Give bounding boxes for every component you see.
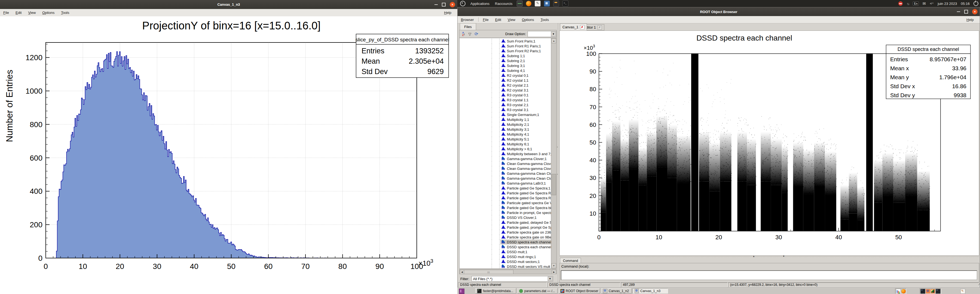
tree-item[interactable]: Particule gated spectra Ge VS p (460, 200, 557, 205)
tree-item-row[interactable]: Multiplicity > 6;1 (500, 146, 533, 151)
tree-item[interactable]: DSSD mult sectors VS mult ring (460, 264, 557, 269)
tree-item-row[interactable]: Subring 2;1 (500, 58, 526, 63)
tree-item[interactable]: Particle gated Ge Spectra R3;1 (460, 195, 557, 200)
tree-item-row[interactable]: Particle in prompt, Ge spectra d (500, 210, 557, 215)
mail-icon[interactable]: ✉ (923, 2, 926, 6)
tree-item-row[interactable]: Particle gated Ge Spectra R2;1 (500, 191, 557, 195)
tree-item-row[interactable]: Particule gated spectra Ge VS p (500, 200, 557, 205)
tree-item-row[interactable]: Particle gated, delayed Ge Spec (500, 220, 557, 225)
tree-item-row[interactable]: Multiplicity 6;1 (500, 141, 530, 146)
scroll-up-icon[interactable]: ▲ (552, 38, 556, 43)
tree-item-row[interactable]: Sum Front R1 Paris;1 (500, 44, 542, 48)
calculator-icon[interactable] (553, 0, 559, 6)
tree-item-row[interactable]: Multiplicity 5;1 (500, 137, 530, 141)
tree-item[interactable]: Subring 4;1 (460, 68, 557, 73)
tree-item[interactable]: Sum Front Paris;1 (460, 39, 557, 44)
system-monitor-icon[interactable] (517, 0, 523, 6)
tree-item-row[interactable]: DSSD mult sectors VS mult ring (500, 264, 557, 269)
tab-files[interactable]: Files (460, 23, 476, 30)
panel-date[interactable]: juin 23 2023 (938, 2, 957, 6)
menu-edit[interactable]: Edit (492, 18, 504, 22)
tree-item-row[interactable]: R3 crystal 2;1 (500, 102, 530, 107)
window-dark-icon[interactable] (935, 289, 940, 294)
tree-item-row[interactable]: Multiplicity between 3 and 7;1 (500, 151, 555, 156)
tree-item[interactable]: Subring 1;1 (460, 53, 557, 58)
taskbar-button[interactable]: faster@ipntdmdata... (475, 288, 516, 294)
menu-tools[interactable]: Tools (58, 11, 72, 15)
workspace-icon[interactable] (459, 289, 465, 294)
menu-file[interactable]: File (0, 11, 12, 15)
tree-item[interactable]: DSSD spectra each channel;1 (460, 240, 557, 245)
tree-item[interactable]: Sum Front R1 Paris;1 (460, 44, 557, 48)
tree-item-row[interactable]: Particle spectra gate on 9Be;1 (500, 235, 555, 240)
tree-item-row[interactable]: Subring 4;1 (500, 68, 526, 73)
tree-item-row[interactable]: Particle gated Ge Spectra;1 (500, 186, 552, 191)
tree-item[interactable]: DSSD mult;1 (460, 250, 557, 254)
tree-item[interactable]: Multiplicity 1;1 (460, 117, 557, 122)
menu-file[interactable]: File (480, 18, 492, 22)
menu-help[interactable]: Help (441, 11, 455, 15)
tree-item-row[interactable]: Multiplicity 4;1 (500, 132, 530, 137)
close-tab-icon[interactable]: ✗ (598, 25, 602, 30)
tree-item[interactable]: DSSD mult sectors;1 (460, 259, 557, 264)
menu-options[interactable]: Options (39, 11, 58, 15)
root-canvas-area[interactable]: 0102030405060708090100020040060080010001… (0, 16, 457, 294)
tree-item-row[interactable]: Particle gated Ge Spectra R3;1 (500, 195, 557, 200)
menu-view[interactable]: View (25, 11, 39, 15)
tree-item-row[interactable]: Clean Gamma-gamma Clover M (500, 166, 557, 171)
tree-item[interactable]: Multiplicity > 6;1 (460, 146, 557, 151)
tree-item[interactable]: Multiplicity 4;1 (460, 132, 557, 137)
tree-item[interactable]: Multiplicity 2;1 (460, 122, 557, 127)
text-editor-icon[interactable] (535, 0, 541, 6)
tree-item[interactable]: DSSD spectra each channel 1R1 (460, 245, 557, 250)
tree-item-row[interactable]: Sum Front R2 Paris;1 (500, 48, 542, 53)
menu-help[interactable]: Help (963, 18, 977, 22)
scroll-right-icon[interactable]: ▶ (552, 270, 556, 274)
tree-item-row[interactable]: R2 crystal 3;1 (500, 87, 530, 92)
panel-time[interactable]: 05:16 (961, 2, 970, 6)
browser-titlebar[interactable]: ROOT Object Browser × (458, 7, 980, 16)
tree-item-row[interactable]: DSSD VS Clover;1 (500, 215, 538, 220)
tree-vertical-scrollbar[interactable]: ▲▼ (551, 38, 557, 269)
tree-item[interactable]: Gamma-gammma Clean Clover (460, 171, 557, 176)
tree-item-row[interactable]: Multiplicity 2;1 (500, 122, 530, 127)
tree-item[interactable]: Multiplicity between 3 and 7;1 (460, 151, 557, 156)
splitter-arrow-icon[interactable]: ▼ (783, 255, 785, 257)
tree-item-row[interactable]: DSSD mult rings;1 (500, 254, 537, 259)
tree-item[interactable]: Particle spectra gate on 9Be;1 (460, 235, 557, 240)
tree-item[interactable]: Clean Gamma-gamma Clover;1 (460, 161, 557, 166)
tree-horizontal-scrollbar[interactable]: ◀ ||| ▶ (459, 269, 557, 274)
menu-browser[interactable]: Browser (458, 18, 477, 22)
tree-item-row[interactable]: Gamma-gammma Clean Clover (500, 171, 557, 176)
command-input[interactable] (561, 270, 977, 280)
tree-item-row[interactable]: Single Germanium;1 (500, 112, 540, 117)
minimize-icon[interactable] (434, 4, 438, 5)
menu-options[interactable]: Options (519, 18, 538, 22)
scrollbar-thumb[interactable]: ||| (464, 270, 514, 274)
window-icon[interactable] (920, 289, 925, 294)
tree-item[interactable]: Particle in prompt, Ge spectra d (460, 210, 557, 215)
tree-item[interactable]: Subring 2;1 (460, 58, 557, 63)
taskbar-button[interactable]: parameters.dat — /... (517, 288, 557, 294)
tree-item-row[interactable]: R2 crystal 0;1 (500, 73, 530, 78)
maximize-icon[interactable] (964, 10, 968, 14)
splitter-arrow-icon[interactable]: › (557, 173, 558, 176)
chevron-down-icon[interactable]: ▼ (548, 277, 553, 281)
tree-item-row[interactable]: Sum Front Paris;1 (500, 39, 536, 44)
close-tab-icon[interactable]: ✗ (580, 25, 584, 29)
draw-option-combo[interactable]: ▼ (528, 31, 557, 37)
tree-item[interactable]: R2 crystal 0;1 (460, 73, 557, 78)
taskbar-button[interactable]: Canvas_1_n3 (633, 288, 668, 294)
do-not-disturb-icon[interactable] (898, 2, 903, 6)
menu-tools[interactable]: Tools (538, 18, 552, 22)
firefox-icon[interactable] (526, 1, 531, 6)
tree-item-row[interactable]: R3 crystal 1;1 (500, 97, 530, 102)
keyboard-layout-badge[interactable]: En (913, 2, 918, 5)
root-browser-icon[interactable] (931, 289, 935, 294)
embedded-canvas-area[interactable]: 01020304050102030405060708090100×103DSSD… (559, 30, 979, 256)
terminal-icon[interactable] (562, 0, 568, 6)
tree-item[interactable]: Multiplicity 5;1 (460, 137, 557, 141)
tree-item-row[interactable]: Multiplicity 1;1 (500, 117, 530, 122)
power-icon[interactable] (974, 1, 978, 6)
tree-item-row[interactable]: Gamma-gammma Clean Clover (500, 176, 557, 181)
